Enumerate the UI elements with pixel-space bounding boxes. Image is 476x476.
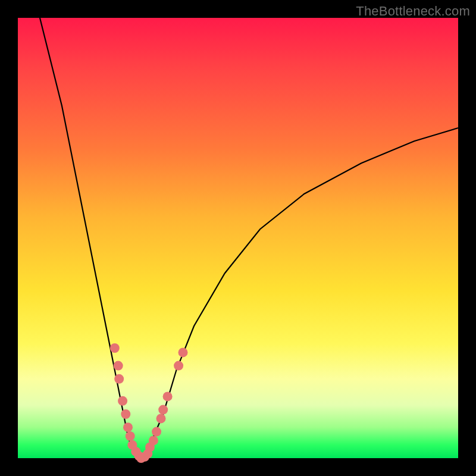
dot bbox=[178, 347, 188, 357]
dot bbox=[121, 409, 130, 419]
dot bbox=[118, 396, 127, 406]
dot bbox=[174, 361, 183, 371]
curve-left bbox=[40, 18, 141, 458]
dot bbox=[163, 392, 173, 401]
dot bbox=[158, 405, 168, 415]
dot bbox=[114, 374, 124, 384]
curve-svg bbox=[18, 18, 458, 458]
dot bbox=[156, 414, 166, 423]
curve-right bbox=[141, 128, 458, 458]
dot bbox=[152, 427, 161, 437]
chart-frame: TheBottleneck.com bbox=[0, 0, 476, 476]
plot-area bbox=[18, 18, 458, 458]
dot bbox=[149, 436, 158, 445]
watermark-text: TheBottleneck.com bbox=[356, 4, 470, 19]
dot bbox=[110, 343, 120, 353]
dot bbox=[126, 431, 135, 441]
highlight-dots bbox=[110, 343, 188, 463]
dot bbox=[123, 422, 133, 432]
dot bbox=[114, 361, 123, 371]
